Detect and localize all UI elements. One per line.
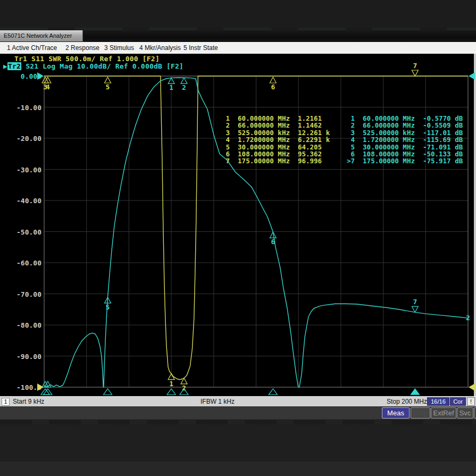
- marker-frequency: 60.000000 MHz: [363, 115, 415, 122]
- marker-frequency: 60.000000 MHz: [238, 115, 290, 122]
- softkey-toolbar: MeasStopExtRefSvc: [0, 406, 476, 420]
- marker-table-row: 266.000000 MHz1.1462: [222, 122, 330, 129]
- marker-value: 6.2291 k: [298, 136, 330, 144]
- marker-table-row: 3525.00000 kHz12.261 k: [222, 129, 330, 136]
- marker-frequency: 30.000000 MHz: [363, 144, 415, 151]
- marker-number: 4: [347, 136, 355, 143]
- marker-frequency: 1.7200000 MHz: [238, 136, 290, 143]
- marker-frequency: 30.000000 MHz: [238, 144, 290, 151]
- marker-table-row: 41.7200000 MHz-115.69 dB: [347, 136, 463, 143]
- marker-number: 4: [222, 136, 230, 143]
- y-axis-label: 0.000: [3, 72, 41, 80]
- meas-button[interactable]: Meas: [382, 407, 410, 419]
- menu-item-mkr-analysis[interactable]: 4 Mkr/Analysis: [139, 44, 181, 52]
- marker-value: -75.917 dB: [423, 157, 463, 165]
- menu-item-stimulus[interactable]: 3 Stimulus: [104, 44, 134, 52]
- bottom-bezel-band: [0, 462, 476, 476]
- marker-table-row: 266.000000 MHz-0.5509 dB: [347, 122, 463, 129]
- marker-table-row: 7175.00000 MHz96.996: [222, 157, 330, 164]
- marker-table-row: 530.000000 MHz-71.091 dB: [347, 144, 463, 151]
- marker-table-row: 41.7200000 MHz6.2291 k: [222, 136, 330, 143]
- marker-frequency: 1.7200000 MHz: [363, 136, 415, 143]
- marker-frequency: 66.000000 MHz: [363, 122, 415, 129]
- trace1-detail: S11 SWR 500.0m/ Ref 1.000 [F2]: [27, 55, 160, 63]
- marker-number: 5: [222, 144, 230, 151]
- status-bar: 1 Start 9 kHz IFBW 1 kHz Stop 200 MHz 16…: [0, 396, 476, 407]
- desktop-strip: [0, 0, 476, 31]
- marker-table-row: 6108.00000 MHz-50.133 dB: [347, 151, 463, 157]
- marker-frequency: 66.000000 MHz: [238, 122, 290, 129]
- bottom-bezel-texture: [0, 420, 476, 424]
- menu-item-active-ch-trace[interactable]: 1 Active Ch/Trace: [7, 44, 57, 52]
- marker-number: 2: [347, 122, 355, 129]
- stop-button[interactable]: Stop: [411, 407, 430, 419]
- network-analyzer-screen: E5071C Network Analyzer 1 Active Ch/Trac…: [0, 0, 476, 476]
- trace1-label: Tr1: [14, 55, 27, 63]
- marker-frequency: 525.00000 kHz: [363, 129, 415, 136]
- marker-number: 1: [222, 115, 230, 122]
- y-axis-label: -90.00: [3, 353, 41, 361]
- marker-frequency: 175.00000 MHz: [363, 157, 415, 164]
- marker-frequency: 525.00000 kHz: [238, 129, 290, 136]
- marker-table-row: 160.000000 MHz1.2161: [222, 115, 330, 122]
- active-trace-arrow-icon: ▶: [3, 62, 7, 70]
- alert-badge: !: [467, 397, 475, 406]
- trace2-label-selected: Tr2: [7, 62, 21, 70]
- y-axis-label: -70.00: [3, 290, 41, 298]
- menu-item-instr-state[interactable]: 5 Instr State: [183, 44, 218, 52]
- channel-number-badge: 1: [2, 398, 10, 406]
- marker-value: 96.996: [298, 157, 322, 165]
- marker-number: 3: [222, 129, 230, 136]
- marker-frequency: 108.00000 MHz: [238, 151, 290, 157]
- extref-button[interactable]: ExtRef: [431, 407, 456, 419]
- y-axis-label: -100.0: [3, 383, 41, 391]
- trace2-detail: S21 Log Mag 10.00dB/ Ref 0.000dB [F2]: [21, 62, 183, 70]
- marker-table-row: 3525.00000 kHz-117.01 dB: [347, 129, 463, 136]
- marker-table-row: 530.000000 MHz64.205: [222, 144, 330, 151]
- marker-number: 6: [347, 151, 355, 157]
- marker-number: 2: [222, 122, 230, 129]
- y-axis-label: -10.00: [3, 104, 41, 112]
- marker-number: 5: [347, 144, 355, 151]
- marker-table-tr2: 160.000000 MHz-0.5770 dB266.000000 MHz-0…: [347, 115, 463, 165]
- svc-button[interactable]: Svc: [457, 407, 473, 419]
- marker-frequency: 175.00000 MHz: [238, 157, 290, 164]
- instrument-display: [0, 54, 476, 396]
- marker-number: 6: [222, 151, 230, 157]
- clipped-button-sliver: [474, 407, 476, 419]
- marker-table-row: 160.000000 MHz-0.5770 dB: [347, 115, 463, 122]
- window-title[interactable]: E5071C Network Analyzer: [0, 30, 83, 41]
- y-axis-label: -80.00: [3, 321, 41, 329]
- marker-table-row: >7175.00000 MHz-75.917 dB: [347, 157, 463, 164]
- trace1-header[interactable]: Tr1 S11 SWR 500.0m/ Ref 1.000 [F2]: [14, 55, 160, 63]
- y-axis-label: -30.00: [3, 166, 41, 174]
- marker-value: -115.69 dB: [423, 136, 463, 144]
- y-axis-label: -20.00: [3, 135, 41, 143]
- y-axis-label: -60.00: [3, 259, 41, 267]
- stop-frequency-label: Stop 200 MHz: [387, 398, 427, 405]
- correction-badge: Cor: [450, 397, 466, 406]
- marker-frequency: 108.00000 MHz: [363, 151, 415, 157]
- ifbw-label: IFBW 1 kHz: [201, 398, 235, 405]
- trace2-header[interactable]: ▶Tr2 S21 Log Mag 10.00dB/ Ref 0.000dB [F…: [3, 62, 183, 70]
- sweep-points-badge: 16/16: [427, 397, 449, 406]
- marker-number: 1: [347, 115, 355, 122]
- menu-bar: 1 Active Ch/Trace2 Response3 Stimulus4 M…: [0, 42, 476, 54]
- start-frequency-label: Start 9 kHz: [13, 398, 44, 405]
- marker-number: 3: [347, 129, 355, 136]
- display-right-edge: [474, 54, 476, 405]
- y-axis-label: -40.00: [3, 197, 41, 205]
- marker-number: 7: [222, 157, 230, 164]
- marker-number: >7: [347, 157, 355, 164]
- marker-table-tr1: 160.000000 MHz1.2161266.000000 MHz1.1462…: [222, 115, 330, 165]
- menu-item-response[interactable]: 2 Response: [65, 44, 99, 52]
- marker-table-row: 6108.00000 MHz95.362: [222, 151, 330, 157]
- y-axis-label: -50.00: [3, 228, 41, 236]
